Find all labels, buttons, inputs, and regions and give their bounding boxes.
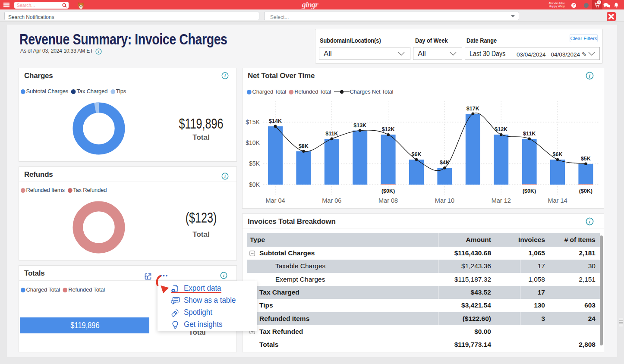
svg-text:Mar 04: Mar 04: [265, 197, 285, 204]
svg-text:$5K: $5K: [249, 160, 260, 167]
svg-text:$15K: $15K: [246, 119, 260, 126]
svg-text:$12K: $12K: [382, 126, 395, 132]
svg-text:i: i: [224, 174, 226, 179]
svg-text:$10K: $10K: [246, 139, 260, 146]
svg-text:$0K: $0K: [249, 181, 260, 188]
svg-text:($0K): ($0K): [381, 188, 395, 194]
svg-text:$5K: $5K: [581, 156, 591, 162]
svg-text:$4K: $4K: [440, 160, 450, 166]
svg-text:$8K: $8K: [299, 143, 309, 149]
svg-text:($0K): ($0K): [523, 188, 536, 194]
svg-text:$11K: $11K: [523, 131, 536, 137]
svg-text:Mar 10: Mar 10: [435, 197, 454, 204]
svg-text:i: i: [589, 219, 591, 225]
svg-text:$6K: $6K: [412, 151, 422, 157]
svg-text:Mar 08: Mar 08: [378, 197, 398, 204]
svg-text:i: i: [589, 73, 591, 79]
svg-text:($0K): ($0K): [579, 188, 592, 194]
svg-text:i: i: [223, 273, 224, 278]
svg-text:$13K: $13K: [353, 122, 366, 129]
svg-text:i: i: [98, 49, 99, 53]
svg-text:i: i: [224, 73, 226, 78]
svg-text:$12K: $12K: [495, 126, 507, 132]
svg-text:Mar 12: Mar 12: [492, 197, 511, 204]
svg-text:Mar 06: Mar 06: [322, 197, 341, 204]
svg-text:$17K: $17K: [466, 106, 479, 112]
svg-text:$14K: $14K: [269, 118, 282, 124]
svg-text:$11K: $11K: [325, 131, 338, 137]
svg-text:$6K: $6K: [553, 151, 563, 157]
svg-text:Mar 14: Mar 14: [548, 197, 567, 204]
